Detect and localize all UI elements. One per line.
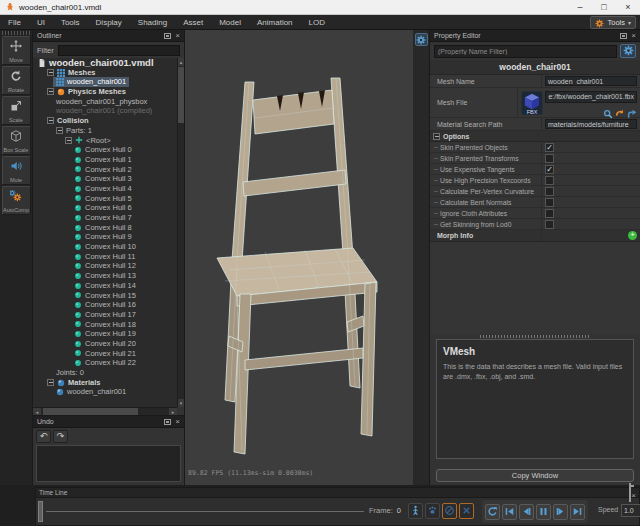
expander-icon[interactable] [47, 117, 54, 124]
vertical-scrollbar[interactable]: ▴ ▾ [177, 58, 184, 407]
open-external-icon[interactable] [627, 105, 637, 115]
tree-item-convex-hull-1[interactable]: Convex Hull 1 [33, 155, 177, 165]
tree-item-convex-hull-13[interactable]: Convex Hull 13 [33, 271, 177, 281]
tree-item-convex-hull-11[interactable]: Convex Hull 11 [33, 252, 177, 262]
get-skinning-from-lod0-checkbox[interactable] [545, 220, 554, 229]
tree-item-wooden-chair001-vmdl[interactable]: wooden_chair001.vmdl [33, 58, 177, 68]
tree-item-wooden-chair001-physbox[interactable]: wooden_chair001_physbox [33, 97, 177, 107]
tree-item-root[interactable]: <Root> [33, 136, 177, 146]
tree-item-convex-hull-8[interactable]: Convex Hull 8 [33, 223, 177, 233]
expander-icon[interactable] [433, 133, 440, 140]
tree-item-convex-hull-6[interactable]: Convex Hull 6 [33, 203, 177, 213]
tree-item-wooden-chair001-compiled[interactable]: wooden_chair001 (compiled) [33, 106, 177, 116]
mesh-file-input[interactable]: e:/fbx/wooden_chair001.fbx [545, 91, 637, 103]
float-panel-icon[interactable] [620, 33, 627, 39]
menu-file[interactable]: File [0, 15, 29, 30]
tree-item-convex-hull-12[interactable]: Convex Hull 12 [33, 261, 177, 271]
tree-item-meshes[interactable]: Meshes [33, 68, 177, 78]
tree-item-convex-hull-21[interactable]: Convex Hull 21 [33, 349, 177, 359]
scroll-up-icon[interactable]: ▴ [178, 58, 184, 66]
search-icon[interactable] [603, 105, 613, 115]
expander-icon[interactable] [56, 127, 63, 134]
rotate-button[interactable]: Rotate [2, 66, 31, 95]
menu-model[interactable]: Model [211, 15, 249, 30]
scroll-down-icon[interactable]: ▾ [178, 399, 184, 407]
tree-item-convex-hull-14[interactable]: Convex Hull 14 [33, 281, 177, 291]
tree-item-convex-hull-17[interactable]: Convex Hull 17 [33, 310, 177, 320]
tree-item-convex-hull-19[interactable]: Convex Hull 19 [33, 329, 177, 339]
menu-display[interactable]: Display [88, 15, 130, 30]
tree-item-convex-hull-7[interactable]: Convex Hull 7 [33, 213, 177, 223]
minimize-button[interactable]: – [568, 0, 592, 15]
step-back-button[interactable] [519, 504, 534, 520]
tree-item-convex-hull-15[interactable]: Convex Hull 15 [33, 291, 177, 301]
tree-item-convex-hull-5[interactable]: Convex Hull 5 [33, 194, 177, 204]
menu-tools[interactable]: Tools [53, 15, 88, 30]
property-settings-button[interactable] [620, 44, 636, 58]
tree-item-joints-0[interactable]: Joints: 0 [33, 368, 177, 378]
mute-button[interactable]: Mute [2, 156, 31, 185]
refresh-icon[interactable] [615, 105, 625, 115]
calculate-per-vertex-curvature-checkbox[interactable] [545, 187, 554, 196]
scrollbar-thumb[interactable] [43, 408, 138, 415]
outliner-filter-input[interactable] [58, 45, 180, 56]
tools-dropdown-button[interactable]: Tools ▾ [590, 16, 636, 29]
skip-end-button[interactable] [570, 504, 585, 520]
tree-item-wooden-chair001[interactable]: wooden_chair001 [33, 387, 177, 397]
menu-lod[interactable]: LOD [301, 15, 333, 30]
tree-item-materials[interactable]: Materials [33, 378, 177, 388]
use-expensive-tangents-checkbox[interactable]: ✓ [545, 165, 554, 174]
float-panel-icon[interactable] [164, 419, 171, 425]
tree-item-wooden-chair001[interactable]: wooden_chair001 [33, 77, 177, 87]
tree-item-convex-hull-20[interactable]: Convex Hull 20 [33, 339, 177, 349]
use-high-precision-texcoords-checkbox[interactable] [545, 176, 554, 185]
timeline-scrub-handle[interactable] [38, 501, 43, 522]
skip-start-button[interactable] [502, 504, 517, 520]
close-button[interactable]: × [616, 0, 640, 15]
tree-item-convex-hull-16[interactable]: Convex Hull 16 [33, 300, 177, 310]
undo-button[interactable]: ↶ [36, 430, 51, 443]
timeline-track[interactable] [46, 511, 364, 512]
skin-parented-objects-checkbox[interactable]: ✓ [545, 143, 554, 152]
step-forward-button[interactable] [553, 504, 568, 520]
horizontal-scrollbar[interactable]: ◂ ▸ [33, 407, 177, 415]
tree-item-collision[interactable]: Collision [33, 116, 177, 126]
copy-window-button[interactable]: Copy Window [436, 469, 634, 482]
tree-item-convex-hull-0[interactable]: Convex Hull 0 [33, 145, 177, 155]
slash-toggle-button[interactable] [442, 503, 457, 519]
tree-item-convex-hull-10[interactable]: Convex Hull 10 [33, 242, 177, 252]
tree-item-convex-hull-9[interactable]: Convex Hull 9 [33, 232, 177, 242]
expander-icon[interactable] [65, 137, 72, 144]
ignore-cloth-attributes-checkbox[interactable] [545, 209, 554, 218]
tree-item-convex-hull-22[interactable]: Convex Hull 22 [33, 358, 177, 368]
menu-shading[interactable]: Shading [130, 15, 175, 30]
settings-tab-button[interactable] [415, 33, 428, 46]
expander-icon[interactable] [47, 88, 54, 95]
menu-asset[interactable]: Asset [175, 15, 211, 30]
menu-ui[interactable]: UI [29, 15, 53, 30]
speed-dropdown[interactable]: 1.0 ▾ [621, 504, 640, 517]
toolbar-grip[interactable] [2, 31, 30, 35]
tree-item-convex-hull-3[interactable]: Convex Hull 3 [33, 174, 177, 184]
tree-item-convex-hull-18[interactable]: Convex Hull 18 [33, 320, 177, 330]
calculate-bent-normals-checkbox[interactable] [545, 198, 554, 207]
close-panel-icon[interactable]: × [175, 418, 180, 426]
options-section-header[interactable]: Options [430, 131, 640, 142]
loop-button[interactable] [485, 504, 500, 520]
cross-toggle-button[interactable] [459, 503, 474, 519]
mesh-name-input[interactable]: wooden_chair001 [545, 76, 637, 86]
menu-animation[interactable]: Animation [249, 15, 301, 30]
expander-icon[interactable] [47, 379, 54, 386]
tree-item-convex-hull-2[interactable]: Convex Hull 2 [33, 165, 177, 175]
skin-parented-transforms-checkbox[interactable] [545, 154, 554, 163]
tree-item-physics-meshes[interactable]: Physics Meshes [33, 87, 177, 97]
property-filter-input[interactable] [434, 45, 617, 58]
add-morph-button[interactable]: + [628, 231, 637, 240]
material-search-path-input[interactable]: materials/models/furniture [545, 119, 637, 129]
scrollbar-thumb[interactable] [178, 67, 184, 123]
pause-button[interactable] [536, 504, 551, 520]
autocomp-button[interactable]: AutoComp [2, 186, 31, 215]
paw-toggle-button[interactable] [425, 503, 440, 519]
expander-icon[interactable] [47, 69, 54, 76]
tree-item-parts-1[interactable]: Parts: 1 [33, 126, 177, 136]
